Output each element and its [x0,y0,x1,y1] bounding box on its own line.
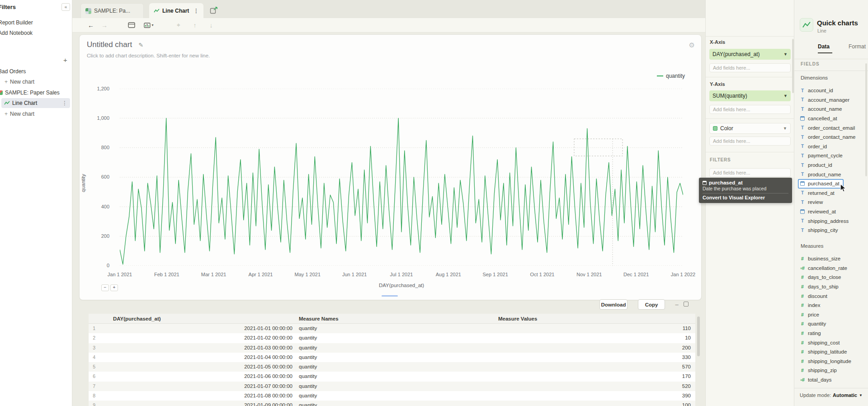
sidebar-item-new-chart-1[interactable]: +New chart [5,77,71,86]
new-chart-label: New chart [10,111,34,117]
sort-ascending-icon[interactable]: ↑ [189,18,201,32]
field-shipping_longitude[interactable]: #shipping_longitude [798,357,867,366]
line-chart-icon [154,9,160,13]
field-product_id[interactable]: Tproduct_id [798,161,867,170]
field-shipping_address[interactable]: Tshipping_address [798,216,867,226]
cell-measure-value: 570 [497,362,695,372]
field-label: order_contact_email [808,125,855,131]
number-field-icon: # [800,330,805,336]
line-chart-plot [120,89,683,266]
column-header[interactable]: Measure Names [296,314,497,324]
field-quantity[interactable]: #quantity [798,319,867,329]
field-cancelled_at[interactable]: cancelled_at [798,114,867,123]
chevron-down-icon[interactable]: ▼ [783,52,788,57]
chevron-down-icon[interactable]: ▼ [859,393,863,397]
update-mode-dropdown[interactable]: Automatic [833,392,857,398]
field-review[interactable]: Treview [798,198,867,207]
field-index[interactable]: #index [798,301,867,310]
field-shipping_cost[interactable]: #shipping_cost [798,338,867,347]
forward-icon[interactable]: → [99,18,110,32]
field-days_to_ship[interactable]: #days_to_ship [798,282,867,292]
field-reviewed_at[interactable]: reviewed_at [798,207,867,217]
column-header[interactable]: Measure Values [497,314,695,324]
field-payment_cycle[interactable]: Tpayment_cycle [798,151,867,161]
open-in-new-tab-icon[interactable] [208,5,220,15]
zoom-in-button[interactable]: + [110,284,118,291]
expand-results-icon[interactable] [684,302,689,307]
field-order_id[interactable]: Torder_id [798,142,867,151]
field-shipping_latitude[interactable]: #shipping_latitude [798,347,867,357]
number-field-icon: # [800,368,805,373]
field-total_days[interactable]: =#total_days [798,375,867,385]
convert-to-visual-explorer-action[interactable]: Convert to Visual Explorer [703,193,788,200]
zoom-out-button[interactable]: − [101,284,109,291]
field-label: purchased_at [808,181,840,186]
field-account_manager[interactable]: Taccount_manager [798,95,867,105]
x-axis-field-pill[interactable]: DAY(purchased_at) ▼ [709,49,791,60]
selection-icon[interactable]: ⌖ [173,18,184,32]
sidebar-item-bad-orders[interactable]: Bad Orders [0,67,70,76]
add-item-plus-icon[interactable]: + [63,56,67,64]
measures-group-label: Measures [801,243,824,249]
chevron-down-icon[interactable]: ▼ [783,126,787,131]
row-number: 6 [89,372,98,381]
field-shipping_zip[interactable]: #shipping_zip [798,366,867,375]
y-tick-label: 1,000 [89,115,109,121]
tab-sample-paper-sales[interactable]: SAMPLE: Pa... [80,3,144,18]
field-cancellation_rate[interactable]: =#cancellation_rate [798,264,867,273]
edit-pencil-icon[interactable]: ✎ [138,42,143,48]
x-axis-add-field[interactable]: Add fields here... [709,63,791,72]
field-label: shipping_longitude [808,359,851,364]
calculated-measure-icon: =# [800,265,805,271]
field-account_name[interactable]: Taccount_name [798,104,867,114]
number-field-icon: # [800,284,805,289]
field-account_id[interactable]: Taccount_id [798,86,867,95]
field-price[interactable]: #price [798,310,867,320]
kebab-menu-icon[interactable]: ⋮ [193,8,199,14]
field-label: discount [808,293,827,299]
copy-button[interactable]: Copy [638,299,665,310]
column-header[interactable]: DAY(purchased_at) [98,314,296,324]
field-days_to_close[interactable]: #days_to_close [798,273,867,282]
field-order_contact_name[interactable]: Torder_contact_name [798,132,867,142]
field-returned_at[interactable]: Treturned_at [798,189,867,198]
chart-type-icon[interactable]: ▾ [141,18,156,32]
filters-add-field[interactable]: Add fields here... [709,168,791,177]
field-discount[interactable]: #discount [798,291,867,301]
chevron-down-icon[interactable]: ▼ [783,94,788,98]
sidebar-item-line-chart[interactable]: Line Chart ⋮ [1,98,70,108]
sample-paper-sales-label: SAMPLE: Paper Sales [5,90,60,96]
field-drag-tooltip: purchased_at Date the purchase was place… [699,178,792,203]
field-business_size[interactable]: #business_size [798,254,867,264]
field-order_contact_email[interactable]: Torder_contact_email [798,123,867,132]
tab-data[interactable]: Data [818,43,830,50]
sidebar-item-new-chart-2[interactable]: +New chart [5,109,71,118]
sidebar-item-sample-paper-sales[interactable]: SAMPLE: Paper Sales [0,88,70,97]
back-icon[interactable]: ← [85,18,97,32]
collapse-sidebar-icon[interactable]: « [61,3,70,11]
field-rating[interactable]: #rating [798,329,867,338]
sort-descending-icon[interactable]: ↓ [205,18,217,32]
sidebar-item-report-builder[interactable]: Report Builder [0,18,70,27]
gear-icon[interactable]: ⚙ [689,41,695,49]
field-purchased_at[interactable]: purchased_at [798,179,844,189]
color-add-field[interactable]: Add fields here... [709,137,791,146]
number-field-icon: # [800,321,805,326]
table-scrollbar[interactable] [697,316,700,356]
y-axis-field-pill[interactable]: SUM(quantity) ▼ [709,90,791,101]
color-field-selector[interactable]: Color ▼ [709,123,791,134]
fields-scrollbar[interactable] [865,63,867,176]
tab-format[interactable]: Format [849,43,866,50]
data-browser-icon[interactable] [126,18,137,32]
sidebar-item-add-notebook[interactable]: Add Notebook [0,28,70,38]
field-shipping_city[interactable]: Tshipping_city [798,226,867,235]
download-button[interactable]: Download [599,299,627,310]
tab-line-chart[interactable]: Line Chart ⋮ [149,3,203,18]
y-axis-add-field[interactable]: Add fields here... [709,105,791,114]
quick-charts-panel: Quick charts Line Data Format FIELDS Dim… [794,0,868,406]
kebab-menu-icon[interactable]: ⋮ [62,100,67,106]
legend-label: quantity [666,73,685,79]
collapse-results-icon[interactable]: – [673,299,681,309]
field-label: cancellation_rate [808,265,847,271]
field-product_name[interactable]: Tproduct_name [798,170,867,179]
